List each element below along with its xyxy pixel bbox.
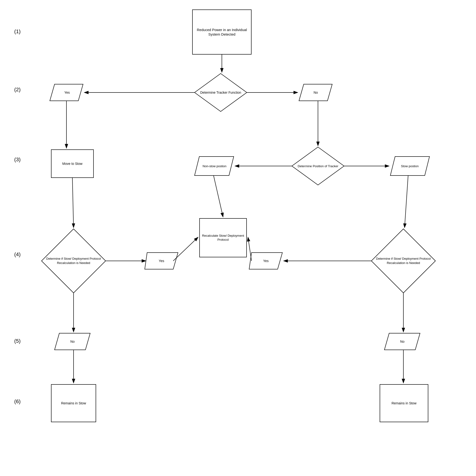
stow-position-label: Stow postion xyxy=(390,156,430,176)
svg-marker-1 xyxy=(194,73,247,111)
svg-marker-9 xyxy=(249,253,282,269)
yes-left-label: Yes xyxy=(50,84,84,101)
svg-marker-3 xyxy=(299,84,332,101)
svg-line-20 xyxy=(213,175,223,217)
remains-stow-left-box: Remains in Stow xyxy=(51,384,96,422)
remains-stow-right-box: Remains in Stow xyxy=(380,384,428,422)
non-stow-position-label: Non-stow postion xyxy=(194,156,235,176)
svg-line-21 xyxy=(72,178,73,228)
yes-right-mid-label: Yes xyxy=(249,252,283,270)
svg-line-22 xyxy=(405,175,408,228)
move-to-stow-box: Move to Stow xyxy=(51,149,94,178)
svg-marker-11 xyxy=(54,333,90,350)
row-label-5: (5) xyxy=(14,338,21,344)
row-label-6: (6) xyxy=(14,398,21,405)
no-right-bottom-label: No xyxy=(384,333,421,350)
svg-marker-8 xyxy=(145,253,178,269)
no-left-bottom-label: No xyxy=(54,333,91,350)
svg-line-24 xyxy=(173,237,198,261)
determine-position-label: Determine Position of Tracker xyxy=(291,153,345,179)
yes-left-mid-label: Yes xyxy=(144,252,179,270)
svg-marker-10 xyxy=(371,229,435,293)
svg-marker-12 xyxy=(384,333,420,350)
determine-stow-left-label: Determine if Stow/ Deployment Protocol R… xyxy=(41,234,106,288)
recalculate-box: Recalculate Stow/ Deployment Protocol xyxy=(199,218,247,257)
svg-marker-4 xyxy=(292,147,344,185)
row-label-2: (2) xyxy=(14,86,21,93)
flowchart-container: (1) (2) (3) (4) (5) (6) Reduced Power in… xyxy=(0,0,476,476)
row-label-4: (4) xyxy=(14,251,21,257)
svg-marker-6 xyxy=(390,156,429,175)
determine-stow-right-label: Determine if Stow/ Deployment Protocol R… xyxy=(371,234,436,288)
row-label-3: (3) xyxy=(14,156,21,163)
determine-tracker-label: Determine Tracker Function xyxy=(194,81,247,104)
svg-marker-5 xyxy=(194,156,234,175)
svg-marker-7 xyxy=(41,229,106,293)
svg-line-26 xyxy=(248,237,251,261)
row-label-1: (1) xyxy=(14,29,21,35)
no-right-label: No xyxy=(299,84,333,101)
start-box: Reduced Power in an Individual System De… xyxy=(192,10,251,54)
svg-marker-2 xyxy=(50,84,83,101)
